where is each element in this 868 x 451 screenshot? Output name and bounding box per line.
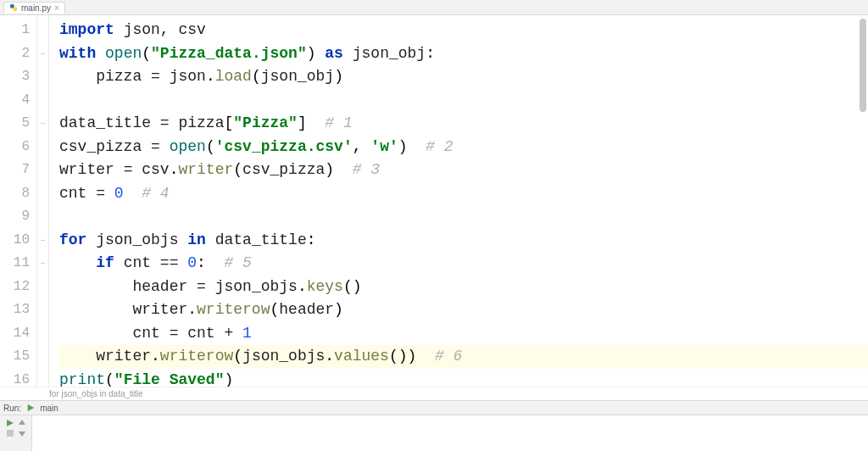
fold-marker[interactable]: – xyxy=(37,229,48,253)
code-line[interactable]: cnt = 0 # 4 xyxy=(59,182,868,206)
svg-marker-3 xyxy=(7,420,14,426)
code-line[interactable]: writer.writerow(header) xyxy=(59,298,868,322)
run-config-name: main xyxy=(40,404,58,413)
fold-marker[interactable] xyxy=(37,159,48,182)
fold-marker[interactable]: – xyxy=(37,42,48,66)
line-number: 8 xyxy=(0,182,30,206)
code-line[interactable]: with open("Pizza_data.json") as json_obj… xyxy=(59,42,868,66)
code-line[interactable] xyxy=(59,89,868,113)
console-toolbar xyxy=(0,415,32,451)
line-number: 1 xyxy=(0,19,30,42)
line-number: 5 xyxy=(0,112,30,136)
close-tab-icon[interactable]: × xyxy=(54,3,59,13)
code-line[interactable]: for json_objs in data_title: xyxy=(59,229,868,253)
code-editor[interactable]: 12345678910111213141516 –––– import json… xyxy=(0,15,868,387)
run-console: C:\Users\ak111\PycharmProjects\pythonPro… xyxy=(0,415,868,451)
line-number: 2 xyxy=(0,42,30,66)
line-number: 16 xyxy=(0,369,30,387)
code-line[interactable]: pizza = json.load(json_obj) xyxy=(59,65,868,89)
tab-filename: main.py xyxy=(21,3,51,13)
step-down-icon[interactable] xyxy=(18,427,26,436)
breadcrumb-text: for json_objs in data_title xyxy=(49,389,143,398)
code-line[interactable] xyxy=(59,205,868,229)
code-line[interactable]: csv_pizza = open('csv_pizza.csv', 'w') #… xyxy=(59,136,868,159)
line-number: 13 xyxy=(0,298,30,322)
fold-marker[interactable] xyxy=(37,298,48,322)
fold-marker[interactable] xyxy=(37,322,48,346)
fold-marker[interactable] xyxy=(37,276,48,299)
rerun-icon[interactable] xyxy=(6,417,14,426)
fold-marker[interactable] xyxy=(37,182,48,206)
fold-marker[interactable] xyxy=(37,136,48,159)
fold-marker[interactable] xyxy=(37,369,48,387)
line-number: 11 xyxy=(0,252,30,276)
svg-rect-4 xyxy=(7,430,14,437)
line-number: 12 xyxy=(0,276,30,299)
console-output[interactable]: C:\Users\ak111\PycharmProjects\pythonPro… xyxy=(32,415,868,451)
line-number-gutter: 12345678910111213141516 xyxy=(0,15,37,387)
code-line[interactable]: cnt = cnt + 1 xyxy=(59,322,868,346)
editor-breadcrumb[interactable]: for json_objs in data_title xyxy=(0,387,868,400)
svg-point-1 xyxy=(13,7,17,11)
editor-tab-bar: main.py × xyxy=(0,0,868,15)
line-number: 15 xyxy=(0,345,30,369)
code-line[interactable]: header = json_objs.keys() xyxy=(59,276,868,299)
fold-marker[interactable] xyxy=(37,89,48,113)
step-up-icon[interactable] xyxy=(18,417,26,426)
code-line[interactable]: import json, csv xyxy=(59,19,868,42)
fold-marker[interactable] xyxy=(37,19,48,42)
line-number: 10 xyxy=(0,229,30,253)
code-line[interactable]: if cnt == 0: # 5 xyxy=(59,252,868,276)
line-number: 3 xyxy=(0,65,30,89)
fold-marker[interactable]: – xyxy=(37,252,48,276)
code-line[interactable]: data_title = pizza["Pizza"] # 1 xyxy=(59,112,868,136)
code-line[interactable]: writer = csv.writer(csv_pizza) # 3 xyxy=(59,159,868,182)
run-label: Run: xyxy=(3,404,21,413)
line-number: 6 xyxy=(0,136,30,159)
fold-marker[interactable] xyxy=(37,345,48,369)
run-config-icon xyxy=(26,404,35,412)
python-file-icon xyxy=(9,3,18,12)
code-area[interactable]: import json, csvwith open("Pizza_data.js… xyxy=(49,15,868,387)
fold-marker[interactable] xyxy=(37,205,48,229)
line-number: 7 xyxy=(0,159,30,182)
editor-tab-main[interactable]: main.py × xyxy=(3,2,65,14)
fold-gutter: –––– xyxy=(37,15,49,387)
svg-marker-2 xyxy=(28,404,35,411)
code-line[interactable]: print("File Saved") xyxy=(59,369,868,387)
code-line[interactable]: writer.writerow(json_objs.values()) # 6 xyxy=(59,345,868,369)
stop-icon[interactable] xyxy=(6,427,14,436)
line-number: 14 xyxy=(0,322,30,346)
fold-marker[interactable]: – xyxy=(37,112,48,136)
fold-marker[interactable] xyxy=(37,65,48,89)
line-number: 9 xyxy=(0,205,30,229)
line-number: 4 xyxy=(0,89,30,113)
run-toolwindow-header[interactable]: Run: main xyxy=(0,400,868,415)
